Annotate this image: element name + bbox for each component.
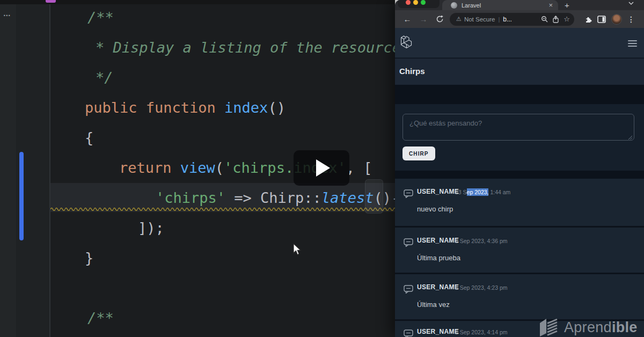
address-bar[interactable]: ⚠ Not Secure | b... ☆: [450, 13, 574, 26]
code-token: /**: [87, 310, 114, 326]
code-line: /**: [87, 309, 114, 327]
code-token: , [: [346, 159, 372, 176]
warning-squiggle: [50, 206, 395, 211]
chirp-author: USER_NAME: [417, 328, 459, 335]
code-token: => Chirp::: [225, 189, 321, 206]
video-play-button[interactable]: [294, 150, 349, 186]
chat-bubble-icon: [404, 189, 414, 199]
chirp-message: Última prueba: [417, 254, 460, 262]
share-icon[interactable]: [552, 16, 559, 23]
chirp-item: USER_NAME 23 Sep 2023, 1:44 am nuevo chi…: [395, 179, 644, 226]
zoom-out-icon[interactable]: [541, 16, 548, 23]
mouse-cursor-icon: [292, 243, 302, 256]
side-panel-icon[interactable]: [597, 16, 606, 23]
code-token: * Display a listing of the resource: [96, 39, 401, 56]
hamburger-menu-icon[interactable]: [628, 40, 637, 47]
code-token: (): [268, 99, 286, 116]
page-background-band: [395, 171, 644, 179]
inline-hint-overlay: [365, 179, 383, 214]
chirp-message: nuevo chirp: [417, 205, 453, 213]
tab-title: Laravel: [462, 2, 547, 9]
laravel-logo-icon[interactable]: [400, 35, 414, 51]
chirp-timestamp: 2 Sep 2023, 4:36 pm: [455, 238, 508, 244]
forward-button[interactable]: →: [418, 14, 429, 24]
code-line: ]);: [138, 219, 164, 237]
watermark-brand: Aprendible: [564, 319, 638, 336]
browser-tab-laravel[interactable]: Laravel ×: [442, 0, 558, 10]
toolbar-right-cluster: ⋮: [580, 14, 635, 25]
more-actions-icon[interactable]: ⋯: [3, 11, 11, 19]
app-page-header: Chirps: [395, 58, 644, 85]
timestamp-selected-text: ep 2023,: [467, 188, 489, 196]
security-label: Not Secure: [464, 16, 495, 23]
chirp-timestamp: 23 Sep 2023, 1:44 am: [455, 189, 510, 195]
extensions-icon[interactable]: [584, 15, 592, 23]
brand-light: Aprend: [564, 319, 612, 335]
code-token: view: [180, 159, 215, 176]
editor-top-strip: [0, 0, 395, 4]
chirp-item: USER_NAME 2 Sep 2023, 4:36 pm Última pru…: [395, 228, 644, 273]
tab-search-chevron-icon[interactable]: [628, 1, 634, 5]
chirp-author: USER_NAME: [417, 188, 459, 195]
chirp-timestamp: 2 Sep 2023, 4:14 pm: [455, 329, 508, 335]
code-line: */: [96, 69, 113, 87]
code-token: {: [85, 129, 93, 146]
minimize-window-icon[interactable]: [413, 0, 418, 5]
code-token: 'chirps': [156, 189, 225, 206]
chat-bubble-icon: [404, 329, 414, 337]
editor-purple-tab-marker: [46, 0, 56, 3]
code-token: (: [215, 159, 224, 176]
code-token: /**: [87, 9, 114, 26]
page-title: Chirps: [399, 67, 425, 76]
url-text: b...: [503, 16, 537, 23]
video-thumbnail: ⋯ /** * Display a listing of the resourc…: [0, 0, 644, 337]
code-line: /**: [87, 9, 114, 27]
timestamp-text: 1:44 am: [488, 189, 510, 195]
chirps-list: USER_NAME 23 Sep 2023, 1:44 am nuevo chi…: [395, 179, 644, 337]
tab-favicon-icon: [451, 2, 457, 9]
code-token: ]);: [138, 219, 164, 236]
chirp-item: USER_NAME 2 Sep 2023, 4:23 pm Última vez: [395, 274, 644, 319]
fullscreen-window-icon[interactable]: [421, 0, 426, 5]
editor-change-bar: [19, 152, 24, 240]
window-controls: [398, 0, 440, 8]
code-line: public function index(): [85, 99, 286, 117]
chirp-timestamp: 2 Sep 2023, 4:23 pm: [455, 284, 508, 291]
browser-window: Laravel × + ← → ⚠ Not Secure | b...: [395, 0, 644, 337]
reload-button[interactable]: [434, 15, 445, 23]
editor-sidebar: ⋯: [0, 4, 16, 337]
bookmark-star-icon[interactable]: ☆: [564, 15, 570, 23]
chat-bubble-icon: [404, 285, 414, 294]
chat-bubble-icon: [404, 238, 414, 247]
play-icon: [316, 159, 330, 177]
aprendible-book-icon: [538, 318, 559, 337]
browser-tab-strip: Laravel × +: [395, 0, 644, 10]
close-window-icon[interactable]: [406, 0, 411, 5]
back-button[interactable]: ←: [401, 14, 413, 24]
page-background-band: [395, 85, 644, 104]
browser-toolbar: ← → ⚠ Not Secure | b... ☆: [395, 10, 644, 28]
tab-close-icon[interactable]: ×: [547, 2, 554, 9]
omnibox-divider: |: [498, 16, 500, 23]
code-token: */: [96, 69, 113, 86]
new-tab-button[interactable]: +: [565, 1, 569, 10]
profile-avatar[interactable]: [611, 14, 622, 25]
chirp-author: USER_NAME: [417, 237, 459, 244]
code-token: public function: [85, 99, 224, 116]
chirp-author: USER_NAME: [417, 283, 459, 291]
code-line: * Display a listing of the resource: [96, 39, 401, 57]
textarea-resize-grip[interactable]: [628, 135, 633, 140]
code-line: }: [85, 249, 93, 267]
chirp-message-input[interactable]: [402, 114, 634, 141]
chirp-message: Última vez: [417, 301, 450, 309]
app-nav-bar: [395, 28, 644, 58]
chirp-submit-button[interactable]: CHIRP: [402, 146, 435, 160]
brand-bold: ible: [612, 319, 638, 335]
code-token: }: [85, 250, 93, 266]
code-token: index: [224, 99, 268, 116]
watermark: Aprendible: [538, 318, 638, 337]
code-token: return: [119, 159, 180, 176]
editor-gutter-divider: [49, 4, 50, 337]
code-line: {: [85, 129, 93, 147]
browser-menu-icon[interactable]: ⋮: [627, 15, 635, 24]
